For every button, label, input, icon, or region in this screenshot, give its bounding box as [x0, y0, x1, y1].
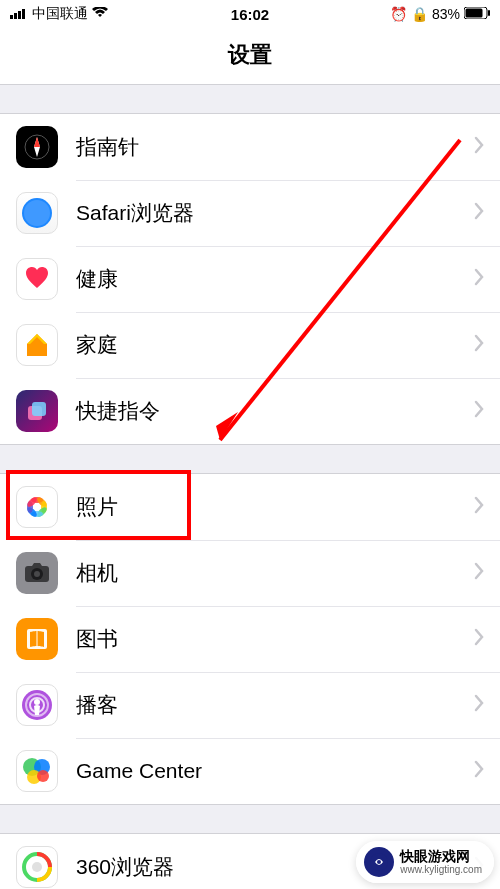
- chevron-right-icon: [474, 628, 484, 650]
- row-label: 相机: [76, 559, 474, 587]
- row-books[interactable]: 图书: [0, 606, 500, 672]
- chevron-right-icon: [474, 136, 484, 158]
- svg-point-28: [34, 699, 40, 705]
- svg-point-9: [24, 200, 50, 226]
- svg-rect-5: [466, 9, 483, 18]
- row-label: 指南针: [76, 133, 474, 161]
- row-game-center[interactable]: Game Center: [0, 738, 500, 804]
- chevron-right-icon: [474, 496, 484, 518]
- chevron-right-icon: [474, 268, 484, 290]
- svg-rect-1: [14, 13, 17, 19]
- home-icon: [16, 324, 58, 366]
- watermark-icon: [364, 847, 394, 877]
- battery-icon: [464, 6, 490, 22]
- row-home[interactable]: 家庭: [0, 312, 500, 378]
- row-podcasts[interactable]: 播客: [0, 672, 500, 738]
- row-label: 家庭: [76, 331, 474, 359]
- svg-rect-0: [10, 15, 13, 19]
- chevron-right-icon: [474, 400, 484, 422]
- row-label: 图书: [76, 625, 474, 653]
- watermark-title: 快眼游戏网: [400, 849, 482, 864]
- watermark: 快眼游戏网 www.kyligting.com: [356, 841, 494, 883]
- chevron-right-icon: [474, 694, 484, 716]
- alarm-icon: ⏰: [390, 6, 407, 22]
- health-icon: [16, 258, 58, 300]
- row-label: Game Center: [76, 759, 474, 783]
- chevron-right-icon: [474, 202, 484, 224]
- signal-icon: [10, 6, 28, 22]
- compass-icon: [16, 126, 58, 168]
- svg-rect-11: [32, 402, 46, 416]
- status-bar: 中国联通 16:02 ⏰ 🔒 83%: [0, 0, 500, 28]
- books-icon: [16, 618, 58, 660]
- settings-header: 设置: [0, 28, 500, 85]
- podcasts-icon: [16, 684, 58, 726]
- row-photos[interactable]: 照片: [0, 474, 500, 540]
- carrier-label: 中国联通: [32, 5, 88, 23]
- chevron-right-icon: [474, 760, 484, 782]
- page-title: 设置: [0, 40, 500, 70]
- watermark-url: www.kyligting.com: [400, 864, 482, 875]
- settings-group-2: 照片 相机 图书 播客 Game Center: [0, 473, 500, 805]
- svg-rect-2: [18, 11, 21, 19]
- svg-point-38: [377, 860, 381, 864]
- row-camera[interactable]: 相机: [0, 540, 500, 606]
- browser-360-icon: [16, 846, 58, 888]
- chevron-right-icon: [474, 562, 484, 584]
- battery-pct: 83%: [432, 6, 460, 22]
- svg-point-32: [37, 770, 49, 782]
- svg-point-34: [32, 862, 42, 872]
- game-center-icon: [16, 750, 58, 792]
- row-label: Safari浏览器: [76, 199, 474, 227]
- shortcuts-icon: [16, 390, 58, 432]
- svg-rect-3: [22, 9, 25, 19]
- status-time: 16:02: [231, 6, 269, 23]
- row-label: 快捷指令: [76, 397, 474, 425]
- lock-rotation-icon: 🔒: [411, 6, 428, 22]
- row-compass[interactable]: 指南针: [0, 114, 500, 180]
- row-label: 播客: [76, 691, 474, 719]
- safari-icon: [16, 192, 58, 234]
- svg-point-22: [34, 571, 40, 577]
- svg-rect-6: [488, 10, 490, 16]
- chevron-right-icon: [474, 334, 484, 356]
- row-label: 健康: [76, 265, 474, 293]
- row-health[interactable]: 健康: [0, 246, 500, 312]
- photos-icon: [16, 486, 58, 528]
- row-safari[interactable]: Safari浏览器: [0, 180, 500, 246]
- camera-icon: [16, 552, 58, 594]
- row-label: 照片: [76, 493, 474, 521]
- row-shortcuts[interactable]: 快捷指令: [0, 378, 500, 444]
- wifi-icon: [92, 6, 108, 22]
- settings-group-1: 指南针 Safari浏览器 健康 家庭 快捷指令: [0, 113, 500, 445]
